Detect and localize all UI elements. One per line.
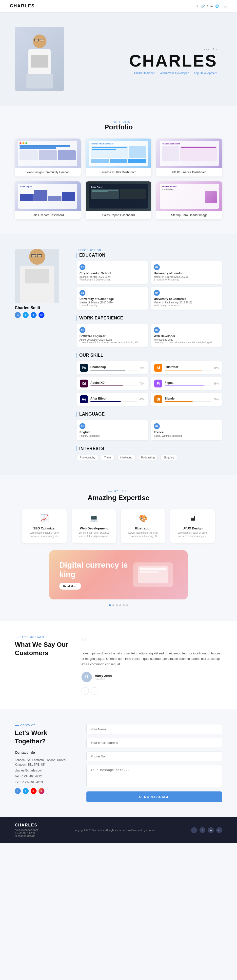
footer-design-by: @charles-design	[15, 834, 38, 837]
dot-5[interactable]	[123, 605, 125, 606]
edu-num-3: 03	[80, 290, 85, 296]
footer-yt-icon[interactable]: ▶	[208, 827, 214, 833]
blender-icon: Bl	[154, 395, 162, 403]
skill-ai: Ai Illustrator 80%	[151, 361, 222, 374]
portfolio-thumb-3: Finance Dashboard	[156, 138, 222, 168]
social-linkedin[interactable]: in	[15, 312, 21, 318]
lang-num-2: 02	[154, 423, 160, 429]
testimonials-section: TESTIMONIALS What We Say Our Customers "…	[0, 621, 237, 710]
contact-twitter-icon[interactable]: t	[23, 788, 29, 794]
message-field[interactable]	[86, 765, 222, 787]
navbar-icons: 𝕏 🔗 f ▶ 🌐 ☰	[196, 4, 227, 8]
portfolio-thumb-1	[15, 138, 81, 168]
edu-detail-1: Web Design & Development	[80, 278, 145, 281]
lang-card-1: 01 English Primary Language	[77, 420, 148, 440]
social-fb[interactable]: f	[30, 312, 37, 318]
interest-5: Blogging	[160, 455, 177, 460]
portfolio-item-2[interactable]: Finance Kits Dashboard Fin	[86, 138, 152, 177]
contact-section: CONTACT Let's Work Together? Contact Inf…	[0, 710, 237, 817]
navbar-logo: CHARLES	[10, 3, 35, 9]
nav-icon-link[interactable]: 🔗	[201, 5, 205, 8]
footer-fb-icon[interactable]: f	[191, 827, 197, 833]
dot-4[interactable]	[119, 605, 121, 606]
work-title: WORK EXPERIENCE	[77, 315, 222, 321]
hero-roles: UI/UX Designer WordPress Developer App D…	[79, 72, 217, 75]
portfolio-item-1[interactable]: Web Design Community Header	[15, 138, 81, 177]
banner-read-more-button[interactable]: Read More	[59, 583, 81, 590]
hero-name: CHARLES	[79, 52, 217, 69]
about-photo	[15, 249, 59, 303]
nav-icon-globe[interactable]: 🌐	[215, 5, 219, 8]
skill-ai-info: Illustrator	[165, 365, 211, 371]
about-name: Charles Smitt	[15, 305, 64, 310]
testimonials-title-line2: Customers	[15, 649, 48, 657]
skill-ae: Ae After Effect 65%	[77, 393, 148, 406]
ps-icon: Ps	[80, 364, 88, 372]
nav-icon-yt[interactable]: ▶	[211, 5, 213, 8]
education-grid: 01 City of London School Bachelor of Art…	[77, 261, 222, 310]
footer: CHARLES hello@charles.com +1234-987-1230…	[0, 817, 237, 843]
expertise-uiux-name: UI/UX Design	[175, 527, 210, 530]
expertise-web-name: Web Development	[77, 527, 111, 530]
contact-yt-icon[interactable]: ▶	[30, 788, 37, 794]
edu-detail-3: Lorem Imprienty	[80, 304, 145, 307]
portfolio-label-1: Web Design Community Header	[15, 168, 81, 177]
portfolio-thumb-4: Sales Report	[15, 181, 81, 211]
expertise-uiux: 🖥 UI/UX Design Lorem ipsum dolor sit ame…	[170, 509, 215, 543]
skill-ai-name: Illustrator	[165, 365, 211, 369]
interest-3: Marketing	[117, 455, 136, 460]
skill-ae-name: After Effect	[90, 397, 137, 400]
nav-icon-x[interactable]: 𝕏	[196, 5, 199, 8]
dot-1[interactable]	[109, 605, 111, 606]
expertise-seo-name: SEO Optimizer	[27, 527, 62, 530]
edu-card-3: 03 University of Cambridge Master of Sci…	[77, 287, 148, 310]
skill-figma-name: Figma	[165, 381, 211, 385]
expertise-seo: 📈 SEO Optimizer Lorem ipsum dolor sit am…	[22, 509, 67, 543]
edu-degree-3: Master of Science (2020-2070)	[80, 301, 145, 304]
portfolio-section: PORTFOLIO Portfolio Web Design Community…	[0, 106, 237, 234]
email-field[interactable]	[86, 738, 222, 748]
dot-6[interactable]	[126, 605, 128, 606]
portfolio-item-3[interactable]: Finance Dashboard UI/UX Finance Dashboar…	[156, 138, 222, 177]
navbar: CHARLES 𝕏 🔗 f ▶ 🌐 ☰	[0, 0, 237, 12]
portfolio-item-4[interactable]: Sales Report Sales Report Dashboard	[15, 181, 81, 220]
contact-label: CONTACT	[15, 724, 74, 727]
expertise-ill-desc: Lorem ipsum dolor sit amet consectetur a…	[126, 531, 160, 538]
social-twitter[interactable]: t	[23, 312, 29, 318]
showcase-text-block: Digital currency is king Read More	[59, 560, 133, 590]
hero-section: Hey, I Am CHARLES UI/UX Designer WordPre…	[0, 12, 237, 106]
lang-num-1: 01	[80, 423, 85, 429]
testimonials-title-line1: What We Say Our	[15, 641, 68, 648]
portfolio-label-4: Sales Report Dashboard	[15, 211, 81, 220]
footer-in-icon[interactable]: in	[216, 827, 222, 833]
contact-fb-icon[interactable]: f	[15, 788, 21, 794]
testimonials-title: What We Say Our Customers	[15, 641, 69, 657]
social-behance[interactable]: Be	[38, 312, 45, 318]
expertise-web: 💻 Web Development Lorem ipsum dolor sit …	[72, 509, 116, 543]
skill-blender-pct: 60%	[214, 398, 219, 401]
lang-card-2: 02 France Basic / Writing / Speaking	[151, 420, 222, 440]
portfolio-label-5: Sales Report Dashboard	[86, 211, 152, 220]
hero-person-image	[15, 27, 69, 96]
contact-phone: Tel: +1234 465 4232	[15, 774, 74, 779]
nav-icon-fb[interactable]: f	[207, 5, 208, 8]
portfolio-item-6[interactable]: Join the world's largest startup... Star…	[156, 181, 222, 220]
dot-2[interactable]	[112, 605, 114, 606]
contact-ig-icon[interactable]: ig	[38, 788, 45, 794]
nav-next-button[interactable]: →	[91, 687, 98, 695]
edu-school-1: City of London School	[80, 272, 145, 275]
expertise-seo-desc: Lorem ipsum dolor sit amet consectetur a…	[27, 531, 62, 538]
submit-button[interactable]: SEND MESSAGE	[86, 791, 222, 802]
expertise-uiux-desc: Lorem ipsum dolor sit amet consectetur a…	[175, 531, 210, 538]
phone-field[interactable]	[86, 751, 222, 761]
skill-ps: Ps Photoshop 75%	[77, 361, 148, 374]
portfolio-thumb-6: Join the world's largest startup...	[156, 181, 222, 211]
dot-3[interactable]	[116, 605, 118, 606]
interests-title: INTERESTS	[77, 446, 222, 451]
name-field-group	[86, 724, 222, 734]
navbar-hamburger-icon[interactable]: ☰	[224, 4, 227, 8]
portfolio-item-5[interactable]: Sales Report Sales Report Dashboard	[86, 181, 152, 220]
name-field[interactable]	[86, 724, 222, 734]
footer-twitter-icon[interactable]: t	[200, 827, 205, 833]
nav-prev-button[interactable]: ←	[82, 687, 89, 695]
